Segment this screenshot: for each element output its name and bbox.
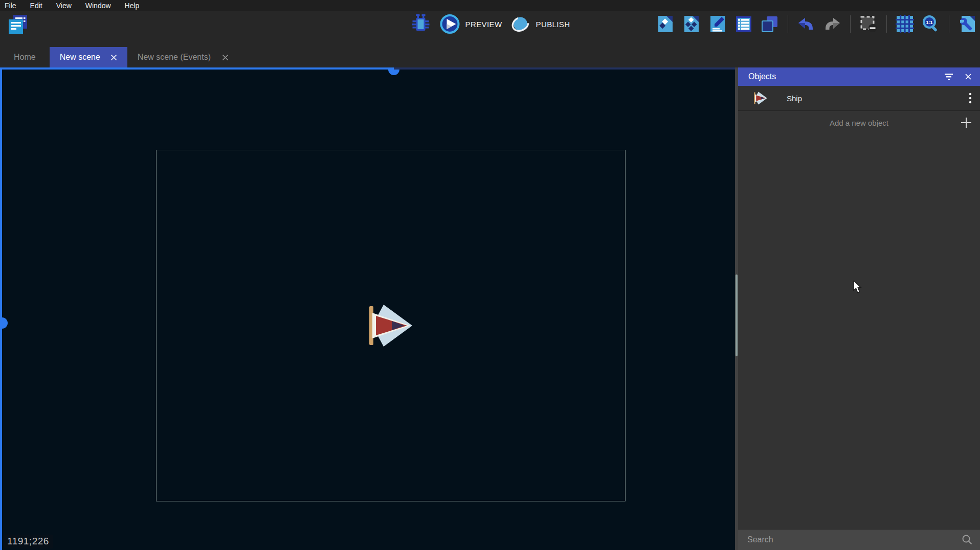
- object-name: Ship: [787, 94, 802, 103]
- objects-panel-header: Objects: [738, 67, 980, 86]
- toolbar-divider: [949, 15, 949, 33]
- project-manager-icon: [7, 14, 29, 35]
- toolbar-right: 1:1: [656, 11, 977, 37]
- toolbar-divider: [886, 15, 887, 33]
- search-icon: [962, 534, 973, 545]
- zoom-1-1-icon: 1:1: [921, 14, 941, 34]
- object-context-menu-button[interactable]: [969, 93, 972, 104]
- preview-label: PREVIEW: [465, 20, 502, 29]
- menu-window[interactable]: Window: [85, 2, 111, 10]
- tab-new-scene-events-label: New scene (Events): [138, 53, 211, 62]
- layers-icon: [760, 14, 779, 34]
- zoom-ratio-label: 1:1: [926, 20, 932, 25]
- menu-bar: File Edit View Window Help: [0, 0, 980, 11]
- add-object-label: Add a new object: [830, 119, 888, 127]
- ship-thumbnail-icon: [753, 91, 768, 105]
- plus-icon: [961, 117, 972, 128]
- open-properties-button[interactable]: [708, 14, 727, 34]
- deselect-icon: [859, 14, 878, 34]
- redo-button[interactable]: [822, 14, 842, 34]
- add-object-row[interactable]: Add a new object: [738, 111, 980, 134]
- preview-play-icon: [439, 13, 461, 35]
- canvas-left-handle[interactable]: [2, 317, 8, 329]
- objects-search-input[interactable]: [747, 535, 962, 544]
- debug-bug-icon: [410, 14, 432, 34]
- open-instances-list-button[interactable]: [734, 14, 753, 34]
- publish-button[interactable]: PUBLISH: [509, 13, 570, 35]
- objects-editor-icon: [656, 14, 675, 34]
- redo-icon: [822, 14, 842, 34]
- publish-label: PUBLISH: [536, 20, 570, 29]
- open-layers-button[interactable]: [760, 14, 779, 34]
- objects-search-bar: [738, 529, 980, 550]
- menu-edit[interactable]: Edit: [30, 2, 42, 10]
- menu-view[interactable]: View: [56, 2, 72, 10]
- project-manager-button[interactable]: [7, 14, 29, 35]
- instances-list-icon: [734, 14, 753, 34]
- open-objects-editor-button[interactable]: [656, 14, 675, 34]
- filter-icon: [944, 73, 953, 81]
- filter-objects-button[interactable]: [944, 73, 953, 81]
- kebab-menu-icon: [969, 93, 972, 104]
- tab-home[interactable]: Home: [0, 47, 50, 67]
- open-object-groups-button[interactable]: [682, 14, 701, 34]
- publish-icon: [509, 13, 531, 35]
- toolbar-divider: [850, 15, 851, 33]
- tab-new-scene-label: New scene: [60, 53, 100, 62]
- menu-help[interactable]: Help: [125, 2, 140, 10]
- toolbar-divider: [788, 15, 788, 33]
- canvas-top-handle[interactable]: [388, 70, 399, 75]
- close-icon: [965, 73, 972, 80]
- undo-button[interactable]: [796, 14, 816, 34]
- add-object-button[interactable]: [961, 117, 972, 130]
- scene-editor-canvas[interactable]: 1191;226: [0, 67, 735, 550]
- tab-close-icon[interactable]: [110, 54, 117, 61]
- debug-button[interactable]: [410, 14, 432, 34]
- toolbar: PREVIEW PUBLISH: [0, 11, 980, 37]
- canvas-top-border-dim: [394, 67, 735, 70]
- canvas-left-border: [0, 67, 2, 550]
- toolbar-center: PREVIEW PUBLISH: [410, 11, 570, 37]
- undo-icon: [796, 14, 816, 34]
- objects-panel: Objects: [738, 67, 980, 550]
- gdevelop-window: File Edit View Window Help: [0, 0, 980, 550]
- close-panel-button[interactable]: [965, 73, 972, 80]
- scrollbar-thumb[interactable]: [736, 274, 738, 356]
- properties-pencil-icon: [708, 14, 727, 34]
- settings-wrench-icon: [957, 14, 977, 34]
- clear-selection-button[interactable]: [859, 14, 878, 34]
- object-row-ship[interactable]: Ship: [738, 86, 980, 111]
- tab-close-icon[interactable]: [222, 54, 229, 61]
- preview-button[interactable]: PREVIEW: [439, 13, 502, 35]
- editor-settings-button[interactable]: [957, 14, 977, 34]
- tab-new-scene[interactable]: New scene: [50, 47, 127, 67]
- zoom-original-button[interactable]: 1:1: [921, 14, 941, 34]
- tab-bar: Home New scene New scene (Events): [0, 37, 980, 67]
- toggle-grid-button[interactable]: [895, 14, 915, 34]
- tab-home-label: Home: [14, 53, 36, 62]
- ship-object-instance[interactable]: [367, 304, 414, 348]
- grid-icon: [895, 14, 915, 34]
- menu-file[interactable]: File: [5, 2, 16, 10]
- canvas-top-border: [0, 67, 394, 70]
- object-groups-icon: [682, 14, 701, 34]
- objects-panel-title: Objects: [748, 72, 776, 81]
- tab-new-scene-events[interactable]: New scene (Events): [127, 47, 239, 67]
- cursor-coordinates: 1191;226: [4, 535, 53, 548]
